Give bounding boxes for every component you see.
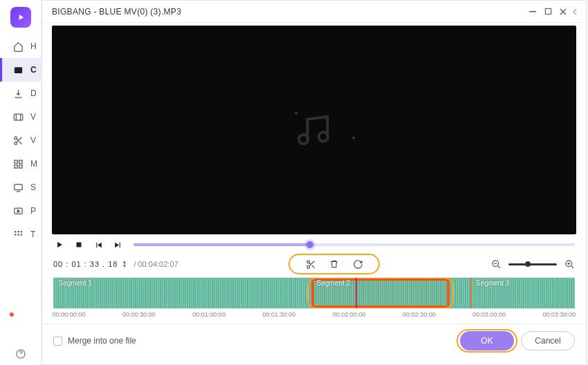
ruler-tick: 00:03:30:00 (543, 311, 576, 318)
titlebar: BIGBANG - BLUE MV(0) (3).MP3 (42, 1, 586, 23)
cancel-button-label: Cancel (535, 336, 560, 346)
zoom-controls (490, 259, 575, 270)
convert-icon (12, 64, 24, 75)
media-preview: ✦ ✦ (52, 26, 576, 234)
svg-rect-8 (14, 184, 21, 189)
cut-icon (12, 135, 24, 146)
sidebar-item-label: S (30, 182, 36, 192)
progress-thumb[interactable] (306, 241, 313, 248)
svg-point-15 (20, 234, 22, 236)
svg-point-19 (299, 135, 308, 144)
ruler-tick: 00:02:00:00 (333, 311, 366, 318)
sidebar-item-cut[interactable]: V (0, 129, 41, 152)
merge-checkbox-label: Merge into one file (68, 336, 136, 346)
segment-divider[interactable] (470, 278, 472, 308)
svg-rect-0 (14, 67, 21, 73)
sidebar-item-play[interactable]: P (0, 199, 41, 223)
window-title: BIGBANG - BLUE MV(0) (3).MP3 (49, 7, 525, 17)
svg-point-10 (14, 230, 16, 232)
svg-rect-4 (14, 160, 17, 162)
merge-icon (12, 158, 24, 169)
play-icon (12, 205, 24, 216)
sidebar-item-apps[interactable]: T (0, 223, 41, 246)
segment-tools (293, 255, 376, 273)
svg-rect-17 (529, 11, 536, 12)
prev-frame-button[interactable] (92, 238, 104, 251)
svg-point-20 (319, 132, 328, 141)
zoom-thumb[interactable] (525, 261, 531, 267)
ok-button[interactable]: OK (460, 331, 514, 350)
close-button[interactable] (555, 4, 571, 19)
ruler-tick: 00:00:00:00 (53, 311, 86, 318)
sidebar-item-video[interactable]: V (0, 105, 41, 129)
app-logo (10, 7, 31, 28)
ruler-tick: 00:03:00:00 (472, 311, 506, 318)
svg-rect-21 (77, 243, 82, 247)
svg-rect-6 (14, 165, 17, 167)
ruler-tick: 00:01:00:00 (192, 311, 226, 318)
playback-controls (42, 234, 586, 252)
zoom-slider[interactable] (508, 263, 557, 265)
help-icon[interactable] (15, 348, 26, 359)
sidebar: HCDVVMSPT (0, 0, 42, 365)
sidebar-item-label: C (30, 65, 37, 75)
music-note-icon (294, 113, 334, 147)
apps-icon (12, 229, 24, 240)
progress-fill (134, 243, 310, 246)
maximize-button[interactable] (540, 4, 555, 19)
sidebar-item-label: V (30, 112, 36, 122)
notification-dot-icon (10, 312, 14, 317)
highlight-annotation (288, 254, 380, 274)
sidebar-item-label: T (30, 230, 35, 239)
video-icon (12, 111, 24, 122)
sidebar-item-label: V (30, 135, 36, 145)
zoom-out-button[interactable] (490, 259, 502, 270)
merge-checkbox[interactable] (53, 337, 62, 346)
segment-label: Segment 3 (476, 279, 509, 287)
download-icon (12, 88, 24, 99)
highlight-annotation (457, 329, 517, 353)
ruler-tick: 00:02:30:00 (403, 311, 436, 318)
trim-window: BIGBANG - BLUE MV(0) (3).MP3 ✦ ✦ 00 (42, 0, 587, 365)
total-duration: / 00:04:02:07 (134, 260, 178, 268)
svg-point-14 (17, 234, 19, 236)
time-display: 00 : 01 : 33 . 18 ▲▼ / 00:04:02:07 (53, 260, 178, 268)
sidebar-item-label: D (30, 88, 37, 98)
sidebar-item-home[interactable]: H (0, 35, 41, 58)
stop-button[interactable] (73, 238, 85, 251)
sidebar-item-convert[interactable]: C (0, 58, 41, 82)
sparkle-icon: ✦ (351, 134, 356, 142)
footer: Merge into one file OK Cancel (42, 324, 586, 357)
svg-point-12 (20, 230, 22, 232)
sidebar-item-label: H (30, 41, 37, 51)
zoom-in-button[interactable] (564, 259, 575, 270)
sidebar-item-screen[interactable]: S (0, 176, 41, 199)
tools-row: 00 : 01 : 33 . 18 ▲▼ / 00:04:02:07 (42, 252, 586, 277)
current-time: 00 : 01 : 33 . 18 (53, 260, 118, 268)
screen-icon (12, 182, 24, 193)
cancel-button[interactable]: Cancel (521, 331, 575, 350)
svg-rect-5 (19, 160, 21, 162)
sidebar-item-download[interactable]: D (0, 82, 41, 105)
time-stepper[interactable]: ▲▼ (122, 260, 127, 268)
svg-point-13 (14, 234, 16, 236)
timeline: Segment 1Segment 2Segment 3 00:00:00:000… (53, 277, 575, 324)
ruler-tick: 00:01:30:00 (263, 311, 296, 318)
ruler-tick: 00:00:30:00 (122, 311, 156, 318)
minimize-button[interactable] (525, 4, 540, 19)
collapse-button[interactable] (571, 4, 579, 19)
waveform-track[interactable]: Segment 1Segment 2Segment 3 (53, 278, 575, 308)
next-frame-button[interactable] (111, 238, 124, 251)
home-icon (12, 41, 24, 52)
svg-point-11 (17, 230, 19, 232)
playhead[interactable] (356, 278, 357, 308)
sidebar-item-label: P (30, 206, 36, 216)
svg-rect-7 (19, 165, 21, 167)
step-down-icon[interactable]: ▼ (122, 264, 127, 268)
sidebar-item-merge[interactable]: M (0, 152, 41, 176)
svg-rect-1 (14, 114, 23, 120)
play-button[interactable] (53, 238, 66, 251)
progress-slider[interactable] (134, 243, 575, 246)
segment-label: Segment 1 (59, 279, 92, 287)
time-ruler: 00:00:00:0000:00:30:0000:01:00:0000:01:3… (53, 308, 575, 324)
